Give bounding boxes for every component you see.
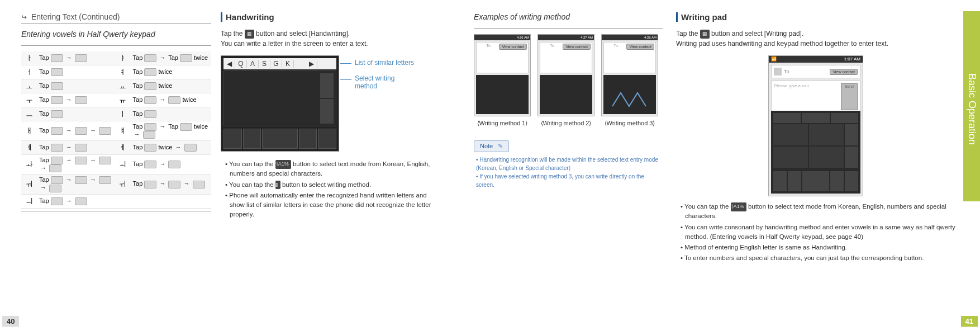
pad-key <box>802 113 829 123</box>
writing-method-item: 4:27 AM To View contact Please give a ca… <box>537 34 594 127</box>
arrow-right-icon <box>320 73 334 98</box>
key-icon <box>49 185 61 192</box>
key-sequence: Tap → → <box>37 121 115 141</box>
wifi-icon: 📶 <box>771 56 777 63</box>
column-writing-pad: Writing pad Tap the ▦ button and select … <box>676 12 955 265</box>
enter-icon <box>318 129 336 149</box>
letter-cell: K <box>282 60 294 68</box>
vowel-char: ㅠ <box>115 93 131 107</box>
key-icon <box>75 127 87 135</box>
space-key <box>262 129 297 149</box>
writing-cell <box>809 147 844 168</box>
message-placeholder: Please give a call. <box>774 83 810 110</box>
key-icon <box>75 157 87 164</box>
key-icon <box>144 161 156 168</box>
writing-pad-screenshot: 📶 1:07 AM To View contact Please give a … <box>768 55 863 196</box>
table-row: ㅘTap → → → ㅚTap → <box>21 155 211 175</box>
key-sequence: Tap → <box>37 141 115 155</box>
writing-cell <box>773 147 808 168</box>
vowel-char: ㅝ <box>21 175 37 194</box>
vowel-char: ㅛ <box>115 79 131 93</box>
column-examples: Examples of writing method 4:26 AM To Vi… <box>474 12 663 189</box>
column-handwriting: Handwriting Tap the ▦ button and select … <box>221 12 439 221</box>
key-sequence: Tap → → → <box>37 175 115 194</box>
key-sequence: Tap → twice <box>131 93 211 107</box>
vowel-char: ㅕ <box>115 65 131 79</box>
space-key <box>802 171 829 191</box>
key-sequence: Tap → <box>131 155 211 175</box>
pencil-icon: ✎ <box>498 143 503 149</box>
key-icon <box>143 131 155 139</box>
to-field: To View contact <box>603 42 656 73</box>
key-icon <box>144 144 156 152</box>
view-contact-button: View contact <box>830 69 858 75</box>
key-sequence: Tap → Tap twice → <box>131 121 211 141</box>
key-icon <box>144 54 156 62</box>
letter-cell: Q <box>235 60 247 68</box>
key-icon <box>168 161 180 168</box>
key-sequence: Tap → <box>37 93 115 107</box>
divider <box>474 28 663 29</box>
vowel-char: ㅗ <box>21 79 37 93</box>
writing-method-icon: ▦ <box>275 181 280 190</box>
handwriting-intro: Tap the ▦ button and select [Handwriting… <box>221 29 439 49</box>
arrow-icon <box>845 124 858 145</box>
vowel-char: ㅐ <box>21 121 37 141</box>
method-label: ⟨Writing method 3⟩ <box>601 120 658 127</box>
keypad-switch-icon: ▦ <box>245 30 254 39</box>
table-row: ㅔTap → ㅖTap twice → <box>21 141 211 155</box>
vowel-char: ㅣ <box>115 107 131 121</box>
table-row: ㅡTap ㅣTap <box>21 107 211 121</box>
pad-key <box>773 113 801 123</box>
symbols-key <box>299 129 317 149</box>
key-icon <box>99 157 111 164</box>
key-icon <box>51 68 63 76</box>
key-icon <box>180 123 192 131</box>
vowel-char: ㅜ <box>21 93 37 107</box>
table-row: ㅐTap → → ㅒTap → Tap twice → <box>21 121 211 141</box>
key-icon <box>99 127 111 135</box>
writing-pad-intro: Tap the ▦ button and select [Writing pad… <box>676 29 955 49</box>
key-icon <box>184 144 197 152</box>
writing-pad-area <box>771 111 860 194</box>
method-label: ⟨Writing method 1⟩ <box>474 120 531 127</box>
keyboard-icon <box>773 171 787 191</box>
subtitle-vowels: Entering vowels in Half Qwerty keypad <box>21 30 211 39</box>
vowel-char: ㅑ <box>115 51 131 65</box>
breadcrumb-icon: ↵ <box>21 13 27 21</box>
bullet-item: • You can tap the 가A1% button to select … <box>225 159 439 179</box>
mode-switch-icon <box>243 129 261 149</box>
key-icon <box>51 176 63 184</box>
bullet-item: • Method of entering English letter is s… <box>681 243 955 252</box>
to-field-row: To View contact <box>771 65 860 78</box>
table-row: ㅜTap → ㅠTap → twice <box>21 93 211 107</box>
method-screenshot: 4:26 AM To View contact Please give a ca… <box>474 34 531 116</box>
key-sequence <box>131 194 211 208</box>
key-icon <box>144 181 156 188</box>
mode-button-icon: 가A1% <box>731 202 746 211</box>
vowel-char: ㅚ <box>115 155 131 175</box>
vowel-char: ㅢ <box>21 194 37 208</box>
keypad-area <box>476 75 529 114</box>
handwriting-bottom-bar <box>223 129 336 149</box>
breadcrumb-title: Entering Text (Continued) <box>31 12 120 21</box>
key-icon <box>51 110 63 118</box>
key-icon <box>49 164 61 172</box>
key-sequence: Tap <box>37 79 115 93</box>
note-badge: Note ✎ <box>474 140 509 152</box>
vowel-char: ㅏ <box>21 51 37 65</box>
note-line: • Handwriting recognition will be made w… <box>476 155 663 172</box>
vowel-char: ㅟ <box>115 175 131 194</box>
key-sequence: Tap → <box>37 51 115 65</box>
to-field: To View contact <box>540 42 592 73</box>
enter-icon <box>845 171 858 191</box>
callout-similar-letters: List of similar letters <box>355 59 414 67</box>
bullet-item: • To enter numbers and special character… <box>681 253 955 263</box>
key-icon <box>51 157 63 164</box>
key-icon <box>180 54 192 62</box>
status-bar: 4:26 AM <box>602 35 658 40</box>
heading-writing-pad: Writing pad <box>676 12 955 22</box>
divider <box>21 23 211 24</box>
symbol-key <box>830 171 844 191</box>
letter-cell: A <box>247 60 259 68</box>
